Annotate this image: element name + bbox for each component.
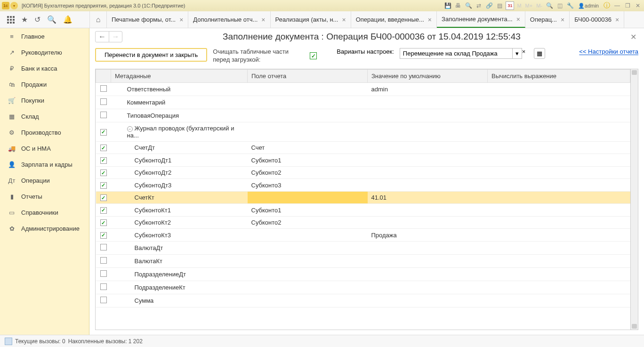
table-row[interactable]: ТиповаяОперация [96, 109, 630, 122]
col-meta[interactable]: Метаданные [111, 69, 248, 82]
print-icon[interactable]: 🖶 [454, 1, 462, 10]
row-checkbox[interactable] [100, 145, 107, 151]
row-checkbox[interactable] [100, 257, 107, 264]
row-checkbox[interactable] [100, 283, 107, 290]
tab-close-icon[interactable]: × [428, 16, 432, 24]
tab-6[interactable]: БЧ00-000036× [570, 11, 624, 28]
dropdown-icon[interactable]: ▾ [10, 2, 18, 9]
tab-close-icon[interactable]: × [561, 16, 564, 24]
sidebar-item-0[interactable]: ≡Главное [0, 28, 89, 44]
zoom-icon[interactable]: 🔍 [545, 1, 554, 10]
sidebar-item-10[interactable]: ▮Отчеты [0, 188, 89, 204]
tab-4[interactable]: Заполнение документа...× [437, 11, 525, 28]
home-tab-icon[interactable]: ⌂ [90, 11, 107, 28]
row-checkbox[interactable] [100, 157, 107, 164]
table-row[interactable]: СчетДтСчет [96, 141, 630, 154]
sidebar-item-6[interactable]: ⚙Производство [0, 124, 89, 140]
table-row[interactable]: ВалютаДт [96, 241, 630, 254]
table-row[interactable]: СубконтоКт3Продажа [96, 229, 630, 242]
close-page-icon[interactable]: ✕ [630, 32, 636, 41]
table-row[interactable]: −Журнал проводок (бухгалтерский и на... [96, 122, 630, 141]
table-row[interactable]: ПодразделениеДт [96, 267, 630, 281]
row-checkbox[interactable] [100, 169, 107, 176]
table-row[interactable]: Ответственныйadmin [96, 82, 630, 96]
compare-icon[interactable]: ⇄ [475, 1, 483, 10]
nav-back-button[interactable]: ← [96, 32, 109, 42]
transfer-and-close-button[interactable]: Перенести в документ и закрыть [95, 48, 207, 62]
options-button[interactable]: ▦ [534, 48, 545, 59]
list-icon[interactable]: ▤ [495, 1, 504, 10]
row-checkbox[interactable] [100, 219, 107, 226]
sidebar-item-11[interactable]: ▭Справочники [0, 204, 89, 220]
minimize-icon[interactable]: — [613, 1, 621, 10]
col-calc[interactable]: Вычислить выражение [488, 69, 630, 82]
row-checkbox[interactable] [100, 207, 107, 214]
tab-1[interactable]: Дополнительные отч...× [188, 11, 270, 28]
row-checkbox[interactable] [100, 85, 107, 92]
tab-close-icon[interactable]: × [261, 16, 265, 24]
history-icon[interactable]: ↺ [34, 15, 40, 24]
sidebar-item-1[interactable]: ↗Руководителю [0, 44, 89, 60]
panels-icon[interactable]: ◫ [555, 1, 564, 10]
row-checkbox[interactable] [100, 194, 107, 201]
star-icon[interactable]: ★ [21, 15, 28, 24]
close-window-icon[interactable]: ✕ [634, 1, 642, 10]
info-icon[interactable]: ⓘ [603, 1, 611, 10]
tab-close-icon[interactable]: × [179, 16, 183, 24]
clear-checkbox[interactable]: ✓ [310, 52, 317, 59]
scroll-down-icon[interactable] [632, 324, 637, 329]
preview-icon[interactable]: 🔍 [464, 1, 473, 10]
tab-close-icon[interactable]: × [342, 16, 346, 24]
row-checkbox[interactable] [100, 270, 107, 277]
sidebar-item-9[interactable]: ДтОперации [0, 172, 89, 188]
tab-3[interactable]: Операции, введенные...× [351, 11, 437, 28]
scroll-up-icon[interactable] [632, 70, 637, 75]
memory-m[interactable]: M [516, 3, 522, 8]
row-checkbox[interactable] [100, 297, 107, 303]
tree-collapse-icon[interactable]: − [127, 126, 133, 132]
nav-forward-button[interactable]: → [109, 32, 122, 42]
row-checkbox[interactable] [100, 232, 107, 239]
table-row[interactable]: ВалютаКт [96, 254, 630, 267]
memory-m-minus[interactable]: M- [535, 3, 543, 8]
status-icon[interactable] [5, 338, 12, 345]
link-icon[interactable]: 🔗 [485, 1, 493, 10]
table-row[interactable]: СубконтоДт1Субконто1 [96, 154, 630, 167]
report-settings-link[interactable]: << Настройки отчета [579, 48, 638, 55]
table-row[interactable]: СубконтоДт3Субконто3 [96, 179, 630, 192]
row-checkbox[interactable] [100, 129, 107, 136]
variant-clear-button[interactable]: × [522, 48, 526, 59]
table-row[interactable]: Комментарий [96, 96, 630, 109]
sidebar-item-2[interactable]: ₽Банк и касса [0, 60, 89, 76]
sidebar-item-12[interactable]: ✿Администрирование [0, 220, 89, 236]
calendar-icon[interactable]: 31 [506, 1, 514, 10]
table-row[interactable]: Сумма [96, 294, 630, 307]
user-label[interactable]: 👤 admin [576, 3, 601, 9]
row-checkbox[interactable] [100, 112, 107, 118]
tab-close-icon[interactable]: × [516, 16, 520, 23]
bell-icon[interactable]: 🔔 [63, 15, 72, 24]
table-row[interactable]: СчетКт41.01 [96, 191, 630, 204]
row-checkbox[interactable] [100, 182, 107, 189]
vertical-scrollbar[interactable] [630, 69, 638, 330]
variant-dropdown-button[interactable]: ▾ [513, 48, 522, 59]
table-row[interactable]: СубконтоКт1Субконто1 [96, 204, 630, 217]
sidebar-item-4[interactable]: 🛒Покупки [0, 92, 89, 108]
table-row[interactable]: СубконтоДт2Субконто2 [96, 166, 630, 179]
tab-0[interactable]: Печатные формы, от...× [107, 11, 188, 28]
search-icon[interactable]: 🔍 [47, 15, 56, 24]
sidebar-item-3[interactable]: 🛍Продажи [0, 76, 89, 92]
wrench-icon[interactable]: 🔧 [566, 1, 574, 10]
row-checkbox[interactable] [100, 98, 107, 105]
sidebar-item-5[interactable]: ▦Склад [0, 108, 89, 124]
row-checkbox[interactable] [100, 244, 107, 250]
maximize-icon[interactable]: ❐ [623, 1, 632, 10]
memory-m-plus[interactable]: M+ [524, 3, 534, 8]
tab-5[interactable]: Операц...× [525, 11, 570, 28]
apps-grid-icon[interactable] [7, 16, 15, 24]
sidebar-item-8[interactable]: 👤Зарплата и кадры [0, 156, 89, 172]
table-row[interactable]: СубконтоКт2Субконто2 [96, 216, 630, 229]
col-default[interactable]: Значение по умолчанию [368, 69, 488, 82]
tab-2[interactable]: Реализация (акты, н...× [271, 11, 351, 28]
save-icon[interactable]: 💾 [443, 1, 452, 10]
